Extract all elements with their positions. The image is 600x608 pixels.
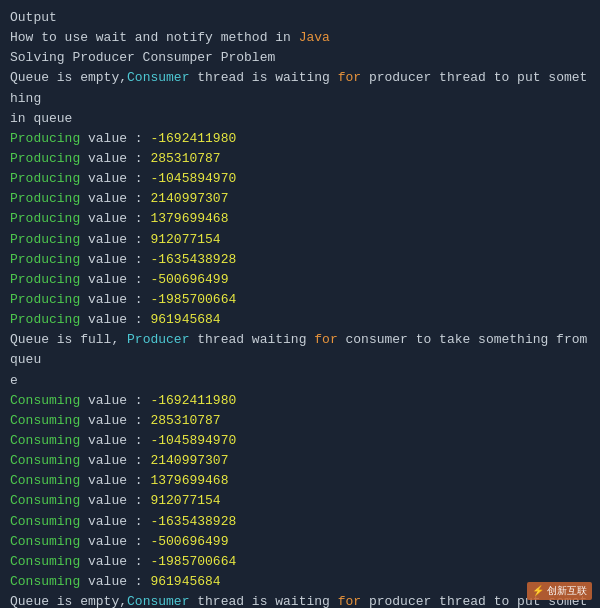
text-segment: Queue is empty, — [10, 70, 127, 85]
output-line: Producing value : 285310787 — [10, 149, 590, 169]
output-line: Consuming value : 285310787 — [10, 411, 590, 431]
text-segment: 1379699468 — [150, 473, 228, 488]
text-segment: Producing — [10, 232, 80, 247]
text-segment: Consuming — [10, 393, 80, 408]
text-segment: Producer — [127, 332, 189, 347]
text-segment: -1692411980 — [150, 131, 236, 146]
output-line: Solving Producer Consumper Problem — [10, 48, 590, 68]
text-segment: -1635438928 — [150, 252, 236, 267]
output-container: OutputHow to use wait and notify method … — [0, 0, 600, 608]
text-segment: thread is waiting — [189, 594, 337, 608]
text-segment: 1379699468 — [150, 211, 228, 226]
text-segment: Producing — [10, 151, 80, 166]
output-line: Producing value : 961945684 — [10, 310, 590, 330]
text-segment: Consumer — [127, 594, 189, 608]
text-segment: for — [338, 70, 361, 85]
output-line: Producing value : -1985700664 — [10, 290, 590, 310]
watermark-icon: ⚡ — [532, 585, 544, 596]
text-segment: value : — [80, 433, 150, 448]
text-segment: Consuming — [10, 433, 80, 448]
text-segment: Producing — [10, 292, 80, 307]
output-line: Consuming value : 1379699468 — [10, 471, 590, 491]
output-line: Producing value : -1692411980 — [10, 129, 590, 149]
text-segment: value : — [80, 131, 150, 146]
text-segment: Queue is full, — [10, 332, 127, 347]
text-segment: value : — [80, 473, 150, 488]
text-segment: value : — [80, 151, 150, 166]
output-line: Output — [10, 8, 590, 28]
text-segment: 285310787 — [150, 413, 220, 428]
text-segment: -1985700664 — [150, 292, 236, 307]
text-segment: value : — [80, 252, 150, 267]
output-line: Consuming value : -500696499 — [10, 532, 590, 552]
text-segment: 912077154 — [150, 493, 220, 508]
output-line: Queue is empty,Consumer thread is waitin… — [10, 592, 590, 608]
text-segment: for — [338, 594, 361, 608]
text-segment: value : — [80, 232, 150, 247]
text-segment: How to use wait and notify method in — [10, 30, 299, 45]
text-segment: Producing — [10, 252, 80, 267]
text-segment: value : — [80, 312, 150, 327]
text-segment: value : — [80, 413, 150, 428]
text-segment: -500696499 — [150, 534, 228, 549]
text-segment: value : — [80, 514, 150, 529]
text-segment: -500696499 — [150, 272, 228, 287]
text-segment: value : — [80, 574, 150, 589]
text-segment: value : — [80, 393, 150, 408]
output-line: Consuming value : -1045894970 — [10, 431, 590, 451]
output-line: Producing value : 912077154 — [10, 230, 590, 250]
text-segment: Producing — [10, 312, 80, 327]
text-segment: Consuming — [10, 514, 80, 529]
output-line: e — [10, 371, 590, 391]
output-line: Consuming value : -1635438928 — [10, 512, 590, 532]
text-segment: Consuming — [10, 473, 80, 488]
text-segment: Consuming — [10, 413, 80, 428]
text-segment: Producing — [10, 191, 80, 206]
text-segment: Producing — [10, 211, 80, 226]
output-line: Producing value : 2140997307 — [10, 189, 590, 209]
text-segment: Java — [299, 30, 330, 45]
text-segment: -1692411980 — [150, 393, 236, 408]
output-line: Queue is empty,Consumer thread is waitin… — [10, 68, 590, 108]
text-segment: -1635438928 — [150, 514, 236, 529]
text-segment: Consumer — [127, 70, 189, 85]
text-segment: Producing — [10, 171, 80, 186]
watermark-text: 创新互联 — [547, 585, 587, 596]
text-segment: 912077154 — [150, 232, 220, 247]
text-segment: -1985700664 — [150, 554, 236, 569]
text-segment: 285310787 — [150, 151, 220, 166]
text-segment: Consuming — [10, 534, 80, 549]
text-segment: value : — [80, 191, 150, 206]
output-line: Consuming value : -1985700664 — [10, 552, 590, 572]
text-segment: value : — [80, 453, 150, 468]
text-segment: 2140997307 — [150, 191, 228, 206]
output-line: Consuming value : 961945684 — [10, 572, 590, 592]
output-line: Producing value : -500696499 — [10, 270, 590, 290]
text-segment: Queue is empty, — [10, 594, 127, 608]
output-line: Consuming value : 912077154 — [10, 491, 590, 511]
output-line: Producing value : -1635438928 — [10, 250, 590, 270]
watermark: ⚡ 创新互联 — [527, 582, 592, 600]
text-segment: value : — [80, 171, 150, 186]
text-segment: -1045894970 — [150, 433, 236, 448]
text-segment: for — [314, 332, 337, 347]
output-line: Queue is full, Producer thread waiting f… — [10, 330, 590, 370]
text-segment: value : — [80, 534, 150, 549]
text-segment: thread is waiting — [189, 70, 337, 85]
text-segment: thread waiting — [189, 332, 314, 347]
text-segment: Producing — [10, 131, 80, 146]
text-segment: 961945684 — [150, 312, 220, 327]
text-segment: -1045894970 — [150, 171, 236, 186]
output-line: in queue — [10, 109, 590, 129]
text-segment: Consuming — [10, 574, 80, 589]
text-segment: 2140997307 — [150, 453, 228, 468]
output-line: Producing value : -1045894970 — [10, 169, 590, 189]
text-segment: value : — [80, 211, 150, 226]
output-line: Producing value : 1379699468 — [10, 209, 590, 229]
text-segment: value : — [80, 554, 150, 569]
output-line: Consuming value : 2140997307 — [10, 451, 590, 471]
text-segment: value : — [80, 272, 150, 287]
text-segment: Consuming — [10, 554, 80, 569]
text-segment: Producing — [10, 272, 80, 287]
text-segment: Consuming — [10, 493, 80, 508]
